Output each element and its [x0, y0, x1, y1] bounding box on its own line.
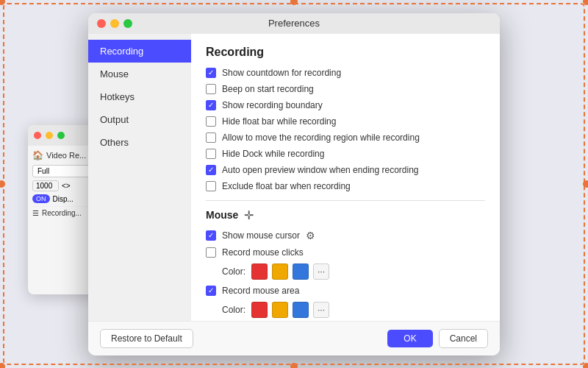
bg-app-title: Video Re...	[46, 151, 86, 160]
bg-traffic-green	[57, 132, 65, 139]
bg-input-value[interactable]: 1000	[32, 180, 59, 191]
cursor-color-row: Color: ···	[206, 263, 485, 280]
option-beep: Beep on start recording	[206, 84, 485, 94]
dialog-title: Preferences	[268, 18, 320, 29]
label-hide-dock[interactable]: Hide Dock while recording	[222, 149, 324, 159]
label-hide-float[interactable]: Hide float bar while recording	[222, 116, 336, 127]
cancel-button[interactable]: Cancel	[439, 329, 488, 348]
label-boundary[interactable]: Show recording boundary	[222, 100, 323, 110]
option-record-clicks: Record mouse clicks	[206, 247, 485, 258]
label-record-area[interactable]: Record mouse area	[222, 286, 299, 296]
sidebar-item-output[interactable]: Output	[88, 108, 191, 131]
cb-show-cursor[interactable]	[206, 230, 216, 241]
option-auto-preview: Auto open preview window when ending rec…	[206, 165, 485, 175]
area-swatch-more[interactable]: ···	[313, 302, 329, 318]
label-record-clicks[interactable]: Record mouse clicks	[222, 247, 304, 258]
cb-hide-float[interactable]	[206, 116, 216, 127]
bg-traffic-red	[34, 132, 41, 139]
option-record-area: Record mouse area	[206, 286, 485, 296]
ok-button[interactable]: OK	[387, 330, 432, 347]
traffic-yellow[interactable]	[110, 19, 119, 28]
cb-exclude-float[interactable]	[206, 181, 216, 191]
cursor-swatch-blue[interactable]	[293, 263, 309, 280]
option-show-cursor: Show mouse cursor ⚙	[206, 230, 485, 241]
cursor-swatch-more[interactable]: ···	[313, 263, 329, 280]
sidebar-item-hotkeys[interactable]: Hotkeys	[88, 85, 191, 108]
option-hide-float: Hide float bar while recording	[206, 116, 485, 127]
content-title: Recording	[206, 46, 485, 59]
cursor-swatch-red[interactable]	[251, 263, 268, 280]
dialog-footer: Restore to Default OK Cancel	[88, 321, 500, 355]
cb-allow-move[interactable]	[206, 132, 216, 143]
area-swatch-red[interactable]	[251, 302, 268, 318]
mouse-section-title: Mouse	[206, 209, 238, 221]
cb-hide-dock[interactable]	[206, 149, 216, 159]
home-icon: 🏠	[32, 150, 43, 160]
area-swatch-yellow[interactable]	[272, 302, 288, 318]
label-beep[interactable]: Beep on start recording	[222, 84, 314, 94]
option-boundary: Show recording boundary	[206, 100, 485, 110]
sidebar-item-mouse[interactable]: Mouse	[88, 63, 191, 85]
cursor-swatch-yellow[interactable]	[272, 263, 288, 280]
content-area: Recording Show countdown for recording B…	[191, 34, 500, 321]
label-countdown[interactable]: Show countdown for recording	[222, 68, 341, 78]
cb-boundary[interactable]	[206, 100, 216, 110]
cb-countdown[interactable]	[206, 68, 216, 78]
mouse-section-header: Mouse ✛	[206, 208, 485, 222]
move-icon[interactable]: ✛	[244, 208, 254, 222]
area-swatch-blue[interactable]	[293, 302, 309, 318]
dialog-titlebar: Preferences	[88, 13, 500, 34]
bg-arrows: <>	[62, 182, 71, 190]
label-auto-preview[interactable]: Auto open preview window when ending rec…	[222, 165, 419, 175]
sidebar: Recording Mouse Hotkeys Output Others	[88, 34, 191, 321]
cursor-color-label: Color:	[222, 266, 245, 277]
restore-default-button[interactable]: Restore to Default	[100, 329, 193, 348]
bg-toggle-label: Disp...	[53, 195, 74, 203]
bg-traffic-yellow	[46, 132, 53, 139]
cb-auto-preview[interactable]	[206, 165, 216, 175]
area-color-label: Color:	[222, 305, 245, 315]
gear-icon[interactable]: ⚙	[306, 230, 315, 241]
label-allow-move[interactable]: Allow to move the recording region while…	[222, 132, 420, 143]
traffic-red[interactable]	[97, 19, 106, 28]
cb-record-area[interactable]	[206, 286, 216, 296]
option-allow-move: Allow to move the recording region while…	[206, 132, 485, 143]
bg-recording-label: Recording...	[42, 209, 82, 217]
label-exclude-float[interactable]: Exclude float bar when recording	[222, 181, 351, 191]
section-divider-mouse	[206, 200, 485, 201]
hamburger-icon: ☰	[32, 209, 39, 217]
preferences-dialog: Preferences Recording Mouse Hotkeys Outp…	[88, 13, 500, 355]
dialog-body: Recording Mouse Hotkeys Output Others Re…	[88, 34, 500, 321]
option-countdown: Show countdown for recording	[206, 68, 485, 78]
option-exclude-float: Exclude float bar when recording	[206, 181, 485, 191]
label-show-cursor[interactable]: Show mouse cursor	[222, 230, 300, 241]
traffic-green[interactable]	[123, 19, 132, 28]
bg-toggle[interactable]: ON	[32, 194, 50, 203]
cb-beep[interactable]	[206, 84, 216, 94]
sidebar-item-recording[interactable]: Recording	[88, 40, 191, 63]
cb-record-clicks[interactable]	[206, 247, 216, 258]
sidebar-item-others[interactable]: Others	[88, 131, 191, 154]
area-color-row: Color: ···	[206, 302, 485, 318]
traffic-lights	[97, 19, 132, 28]
option-hide-dock: Hide Dock while recording	[206, 149, 485, 159]
